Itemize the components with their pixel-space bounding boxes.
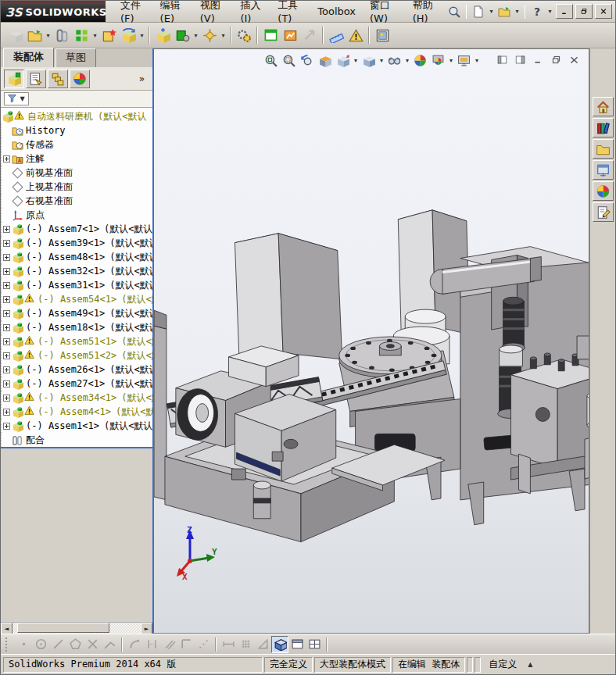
tree-expand-cell[interactable] (1, 292, 11, 306)
view-palette-button[interactable] (593, 160, 614, 180)
pane-right-button[interactable] (514, 54, 527, 66)
tree-item[interactable]: (-) Assem49<1>(默认<默认_ (1, 306, 152, 320)
filter-button[interactable]: ▼ (4, 92, 29, 105)
tree-item[interactable]: (-) Assem51<1>(默认<默 (1, 334, 152, 348)
expand-panel-button[interactable]: » (139, 73, 149, 84)
chevron-down-icon[interactable]: ▾ (45, 32, 52, 39)
view-cube-icon[interactable] (271, 636, 288, 653)
expand-plus-icon[interactable] (3, 380, 10, 388)
featuremanager-tab[interactable] (4, 70, 24, 88)
expand-plus-icon[interactable] (3, 254, 10, 261)
expand-plus-icon[interactable] (3, 226, 10, 233)
move-component-icon[interactable] (153, 25, 172, 45)
appearances-button[interactable] (593, 181, 614, 201)
tree-item[interactable]: (-) Assem39<1>(默认<默认_ (1, 236, 152, 250)
doc-close-button[interactable] (568, 54, 581, 66)
tree-expand-cell[interactable] (1, 377, 11, 391)
minimize-button[interactable] (556, 4, 573, 19)
apply-scene-icon[interactable] (430, 52, 447, 68)
expand-plus-icon[interactable] (3, 268, 10, 275)
tree-item[interactable]: (-) Assem34<1>(默认<默 (1, 391, 152, 405)
expand-plus-icon[interactable] (3, 409, 10, 416)
expand-plus-icon[interactable] (3, 366, 10, 373)
expand-plus-icon[interactable] (3, 282, 10, 289)
tree-expand-cell[interactable] (1, 278, 11, 292)
search-icon[interactable] (446, 4, 462, 20)
chevron-down-icon[interactable]: ▾ (514, 8, 521, 15)
smart-fasteners-icon[interactable] (99, 25, 118, 45)
image-capture-icon[interactable] (373, 25, 392, 45)
status-large-assembly-mode[interactable]: 大型装配体模式 (314, 657, 391, 673)
menu-item-E[interactable]: 编辑(E) (153, 1, 193, 22)
tree-item[interactable]: History (1, 123, 152, 138)
chevron-down-icon[interactable]: ▾ (474, 57, 481, 64)
chevron-down-icon[interactable]: ▾ (220, 32, 227, 39)
menu-item-W[interactable]: 窗口(W) (363, 1, 406, 22)
tree-item[interactable]: (-) Assem1<1>(默认<默认_ (1, 419, 152, 433)
previous-view-icon[interactable] (299, 52, 316, 68)
hide-show-items-icon[interactable] (386, 52, 403, 68)
doc-restore-button[interactable] (550, 54, 563, 66)
scroll-left-button[interactable]: ◄ (1, 623, 13, 634)
menu-item-T[interactable]: 工具(T) (270, 1, 310, 22)
tree-item[interactable]: 配合 (1, 433, 152, 447)
expand-plus-icon[interactable] (3, 338, 10, 345)
measure-icon[interactable] (327, 25, 346, 45)
split-view-icon[interactable] (306, 636, 323, 653)
open-document-icon[interactable] (496, 4, 512, 20)
tree-expand-cell[interactable] (1, 348, 11, 362)
assembly-features-icon[interactable] (235, 25, 253, 45)
tree-item[interactable]: (-) Assem27<1>(默认<默认_ (1, 377, 152, 391)
exploded-view-icon[interactable] (200, 25, 219, 45)
chevron-down-icon[interactable]: ▾ (448, 57, 455, 64)
tree-expand-cell[interactable] (1, 405, 11, 419)
tree-item[interactable]: 右视基准面 (1, 194, 152, 208)
doc-minimize-button[interactable] (532, 54, 545, 66)
single-view-icon[interactable] (288, 636, 306, 653)
chevron-down-icon[interactable]: ▾ (404, 57, 411, 64)
tree-item[interactable]: (-) Assem26<1>(默认<默认_ (1, 362, 152, 377)
chevron-down-icon[interactable]: ▾ (138, 32, 145, 39)
section-view-icon[interactable] (317, 52, 334, 68)
zoom-area-icon[interactable] (281, 52, 298, 68)
motion-study-icon[interactable] (281, 25, 299, 45)
tree-expand-cell[interactable] (1, 236, 11, 250)
menu-item-Toolbox[interactable]: Toolbox (310, 1, 363, 22)
file-explorer-button[interactable] (593, 139, 614, 159)
status-custom-label[interactable]: 自定义 (489, 658, 517, 671)
tree-expand-cell[interactable] (1, 222, 11, 236)
tree-item[interactable]: 传感器 (1, 138, 152, 152)
view-settings-icon[interactable] (456, 52, 473, 68)
close-button[interactable] (595, 4, 612, 19)
tree-expand-cell[interactable] (1, 264, 11, 278)
panel-horizontal-scrollbar[interactable]: ◄ ► (1, 622, 152, 634)
rotate-component-icon[interactable] (119, 25, 138, 45)
tree-item[interactable]: (-) Assem18<1>(默认<默认_ (1, 320, 152, 334)
chevron-down-icon[interactable]: ▾ (91, 32, 98, 39)
graphics-viewport[interactable]: ▾▾▾▾▾ (154, 48, 589, 634)
chevron-up-icon[interactable]: ▲ (528, 661, 532, 668)
tree-expand-cell[interactable] (1, 250, 11, 264)
new-document-icon[interactable] (471, 4, 486, 20)
tree-item[interactable]: 自动送料研磨机(默认<默认 (1, 109, 152, 123)
pane-left-button[interactable] (496, 54, 509, 66)
chevron-down-icon[interactable]: ▾ (546, 8, 553, 15)
new-window-icon[interactable] (261, 25, 280, 45)
menu-item-V[interactable]: 视图(V) (193, 1, 234, 22)
chevron-down-icon[interactable]: ▾ (192, 32, 199, 39)
custom-properties-button[interactable] (593, 202, 614, 222)
expand-plus-icon[interactable] (3, 240, 10, 247)
tree-expand-cell[interactable] (1, 320, 11, 334)
tree-item[interactable]: 原点 (1, 208, 152, 222)
open-document-icon[interactable] (25, 25, 44, 45)
tree-item[interactable]: A注解 (1, 152, 152, 166)
tab-草图[interactable]: 草图 (56, 48, 96, 67)
large-assembly-icon[interactable] (173, 25, 192, 45)
expand-plus-icon[interactable] (3, 352, 10, 359)
scroll-right-button[interactable]: ► (141, 623, 152, 634)
tree-item[interactable]: 前视基准面 (1, 166, 152, 180)
edit-appearance-icon[interactable] (412, 52, 429, 68)
component-pattern-icon[interactable] (72, 25, 91, 45)
propertymanager-tab[interactable] (26, 70, 46, 88)
zoom-fit-icon[interactable] (263, 52, 280, 68)
